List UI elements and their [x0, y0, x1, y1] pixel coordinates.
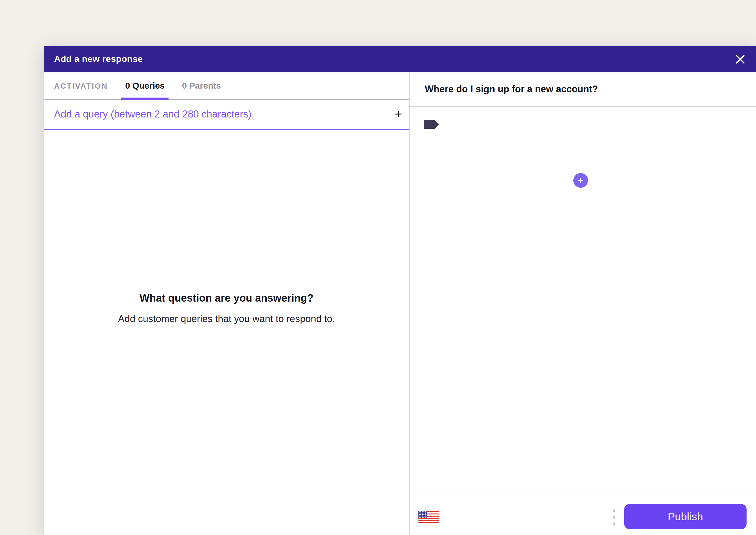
add-response-modal: Add a new response ACTIVATION0 Queries0 …	[44, 46, 756, 535]
app-background: Add a new response ACTIVATION0 Queries0 …	[0, 0, 756, 535]
modal-title: Add a new response	[54, 54, 143, 65]
publish-button[interactable]: Publish	[624, 504, 746, 529]
add-block-button[interactable]: +	[573, 173, 588, 188]
empty-state: What question are you answering? Add cus…	[44, 291, 409, 326]
tag-row	[409, 107, 756, 142]
response-canvas: +	[409, 142, 756, 494]
modal-header: Add a new response	[44, 46, 756, 72]
tab-0-parents[interactable]: 0 Parents	[182, 72, 221, 99]
response-panel: Where do I sign up for a new account? + …	[409, 72, 756, 535]
question-title-row: Where do I sign up for a new account?	[409, 72, 756, 107]
empty-state-subtext: Add customer queries that you want to re…	[44, 312, 409, 326]
tab-bar: ACTIVATION0 Queries0 Parents	[44, 72, 409, 100]
tab-0-queries[interactable]: 0 Queries	[125, 72, 165, 99]
close-icon[interactable]	[735, 54, 745, 65]
add-query-button[interactable]: +	[395, 107, 402, 120]
add-query-row: Add a query (between 2 and 280 character…	[44, 100, 409, 130]
us-flag-icon[interactable]	[418, 511, 439, 523]
response-footer: Publish	[409, 494, 756, 535]
tab-activation[interactable]: ACTIVATION	[54, 72, 108, 99]
question-title: Where do I sign up for a new account?	[425, 84, 598, 95]
add-query-input[interactable]: Add a query (between 2 and 280 character…	[54, 109, 252, 120]
queries-panel: ACTIVATION0 Queries0 Parents Add a query…	[44, 72, 409, 535]
tag-icon[interactable]	[424, 120, 439, 129]
kebab-menu-icon[interactable]	[611, 509, 616, 525]
modal-body: ACTIVATION0 Queries0 Parents Add a query…	[44, 72, 756, 535]
empty-state-heading: What question are you answering?	[44, 291, 409, 305]
